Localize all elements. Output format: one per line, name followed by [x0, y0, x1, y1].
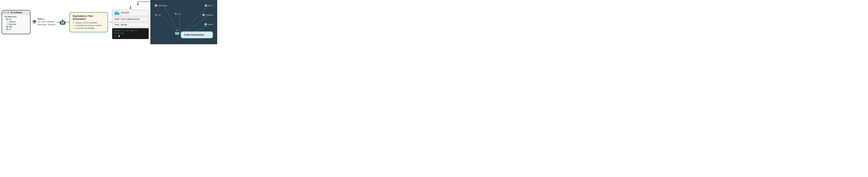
- svg-rect-26: [117, 13, 118, 14]
- gear-icon-tot: ⚙: [155, 13, 157, 16]
- tree-item-viz: › viz: [3, 28, 29, 31]
- svg-rect-22: [115, 12, 116, 12]
- window-title: ⚙ Codebase: [10, 11, 22, 13]
- react-label: ⚙ ReAct: [205, 4, 213, 7]
- self-repair-label: ⚙ Self-Repair: [155, 4, 167, 7]
- code-instrumentation-box: Code Instrumentation: [112, 17, 149, 22]
- tree-item-repository: ∨ Repository: [3, 15, 29, 18]
- arrow-to-steps: [110, 20, 112, 25]
- svg-rect-13: [60, 22, 60, 23]
- reflexion-label: ⚙ Reflexion: [202, 13, 213, 16]
- right-content: ⚙ Self-Repair ⚙ ReAct ⚙ ToT ⚙ CoT ⚙ Refl…: [152, 2, 215, 42]
- folder-icon-viz: [6, 28, 8, 30]
- svg-point-9: [63, 22, 64, 23]
- svg-point-28: [118, 12, 119, 12]
- gear-icon-parsel: ⚙: [204, 23, 207, 26]
- gear-icon-reflexion: ⚙: [202, 13, 205, 16]
- svg-rect-27: [118, 13, 119, 14]
- folder-icon-utils: [6, 26, 8, 28]
- svg-rect-23: [116, 12, 117, 12]
- robot-icon-codegen: [173, 29, 181, 38]
- window-titlebar: ⚙ Codebase: [2, 10, 30, 14]
- tree-item-ellipsis: ...: [3, 31, 29, 33]
- install-box: Install: [112, 10, 149, 16]
- file-icon-home: [7, 23, 8, 25]
- parsel-label: ⚙ Parsel: [204, 23, 213, 26]
- svg-marker-20: [129, 8, 131, 9]
- tree-item-src: › src: [3, 18, 29, 21]
- terminal-cursor: [118, 35, 120, 37]
- svg-point-40: [178, 33, 179, 34]
- svg-point-39: [176, 33, 176, 34]
- codegen-box: Code Generation: [181, 31, 213, 38]
- layers-icon: [32, 20, 37, 25]
- svg-point-12: [62, 20, 63, 21]
- dot-green: [7, 12, 9, 13]
- etg-item-2: ✔ Functional equivalence checks: [73, 25, 105, 27]
- svg-point-8: [61, 22, 62, 23]
- gear-icon-self-repair: ⚙: [155, 4, 157, 7]
- docker-icon: [115, 11, 120, 15]
- codebase-window: ⚙ Codebase ∨ Repository › src main.py ho…: [2, 10, 30, 34]
- context-section: func() In-file context External Context: [32, 18, 56, 27]
- folder-icon-repo: [5, 16, 7, 17]
- codebase-icon: ⚙: [10, 11, 13, 13]
- check-icon-1: ✔: [73, 22, 74, 24]
- tree-item-home: home.py: [3, 23, 29, 26]
- check-icon-3: ✔: [73, 27, 74, 29]
- svg-rect-14: [65, 22, 66, 23]
- steps-section: Install Code Instrumentation Test Setup …: [112, 5, 149, 39]
- etg-item-1: ✔ Harness, not I/O examples: [73, 22, 105, 24]
- svg-rect-44: [174, 33, 174, 34]
- gear-icon-react: ⚙: [205, 4, 207, 7]
- svg-line-30: [183, 6, 208, 33]
- svg-rect-25: [116, 13, 117, 14]
- cot-label: ⚙ CoT: [175, 12, 181, 15]
- gear-icon-cot: ⚙: [175, 12, 177, 15]
- top-arrow: [112, 5, 149, 9]
- right-panel: ⚙ Self-Repair ⚙ ReAct ⚙ ToT ⚙ CoT ⚙ Refl…: [150, 0, 217, 44]
- arrow-to-robot: [57, 20, 59, 25]
- svg-rect-10: [62, 23, 63, 24]
- tot-label: ⚙ ToT: [155, 13, 161, 16]
- svg-rect-24: [117, 12, 118, 12]
- svg-point-43: [177, 30, 178, 31]
- folder-icon-src: [6, 19, 8, 20]
- window-body: ∨ Repository › src main.py home.py › uti…: [2, 14, 30, 34]
- dot-yellow: [5, 12, 7, 13]
- test-setup-box: Test Setup: [112, 23, 149, 27]
- terminal-box: Python 3.9.12 (Apr 5, 01:53:17) >>>: [112, 28, 149, 39]
- svg-marker-1: [32, 22, 36, 24]
- svg-rect-41: [177, 34, 178, 35]
- robot-icon-etg: [59, 19, 66, 26]
- dot-red: [3, 12, 5, 13]
- file-icon-main: [7, 21, 8, 23]
- etg-box: Equivalence Test Generation ✔ Harness, n…: [69, 12, 108, 32]
- etg-title: Equivalence Test Generation: [73, 14, 105, 21]
- etg-item-3: ✔ Coverage for reliability: [73, 27, 105, 29]
- context-text: func() In-file context External Context: [38, 18, 56, 27]
- tree-item-main: main.py: [3, 21, 29, 23]
- check-icon-2: ✔: [73, 25, 74, 27]
- arrow-to-etg: [67, 20, 69, 25]
- left-panel: ⚙ Codebase ∨ Repository › src main.py ho…: [0, 0, 150, 44]
- tree-item-utils: › utils: [3, 26, 29, 28]
